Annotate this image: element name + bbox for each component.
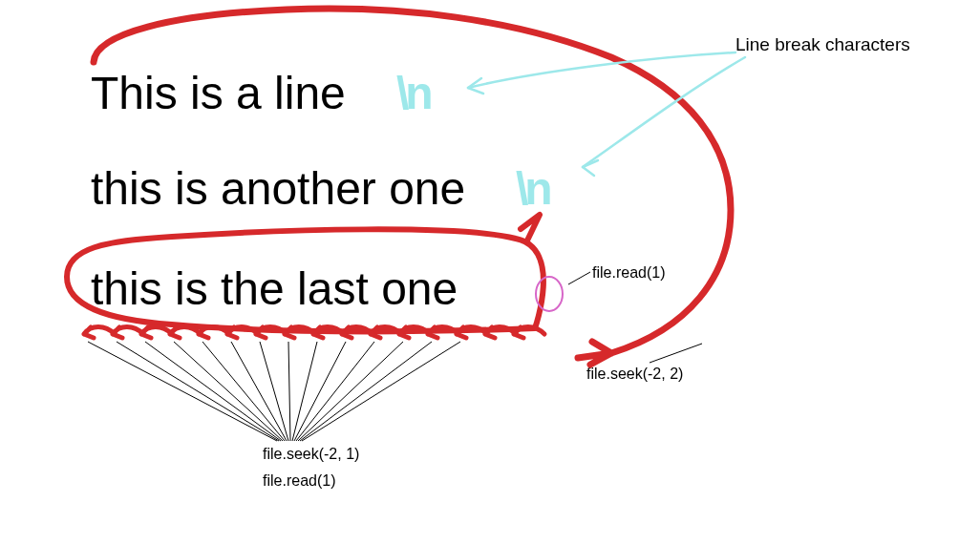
label-linebreak-chars: Line break characters <box>735 34 910 55</box>
svg-line-5 <box>231 342 287 441</box>
annot-file-read-1-b: file.read(1) <box>263 472 335 490</box>
svg-line-4 <box>202 342 285 441</box>
text-line-2: this is another one <box>91 162 465 215</box>
svg-line-9 <box>294 342 346 441</box>
annot-file-seek-neg2-1: file.seek(-2, 1) <box>263 446 359 463</box>
svg-line-7 <box>288 342 290 441</box>
svg-point-16 <box>536 277 563 311</box>
annot-file-read-1: file.read(1) <box>592 264 665 282</box>
newline-2: \n <box>516 162 549 215</box>
text-line-3: this is the last one <box>91 262 458 315</box>
svg-line-1 <box>117 342 279 441</box>
svg-line-0 <box>88 342 277 441</box>
text-line-1: This is a line <box>91 67 346 119</box>
newline-1: \n <box>396 67 430 119</box>
annot-file-seek-neg2-2: file.seek(-2, 2) <box>586 366 683 383</box>
svg-line-6 <box>260 342 288 441</box>
svg-line-12 <box>300 342 432 441</box>
svg-line-10 <box>296 342 374 441</box>
svg-line-11 <box>298 342 403 441</box>
svg-line-13 <box>302 342 460 441</box>
svg-line-3 <box>174 342 283 441</box>
svg-line-2 <box>145 342 281 441</box>
svg-line-15 <box>568 272 590 284</box>
svg-line-8 <box>292 342 317 441</box>
svg-line-14 <box>650 344 702 363</box>
